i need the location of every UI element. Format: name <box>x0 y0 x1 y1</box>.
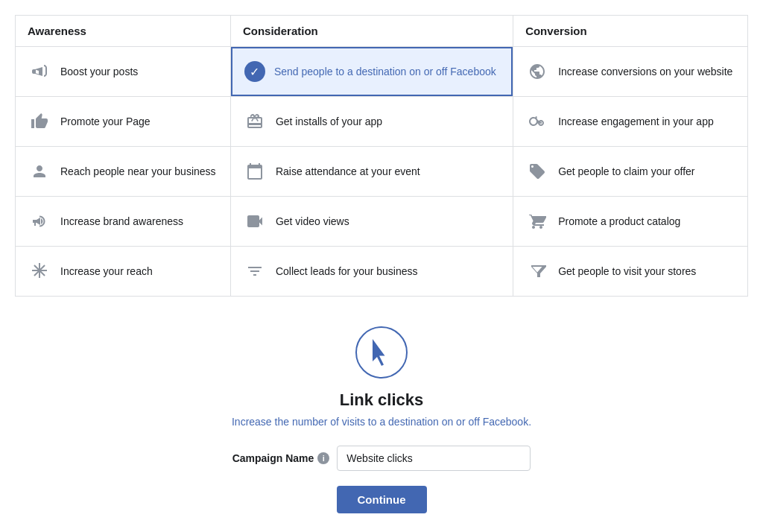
cell-awareness-1: Promote your Page <box>16 97 231 147</box>
objective-icon-awareness-3 <box>28 209 51 233</box>
cursor-icon <box>368 339 395 366</box>
objective-icon-conversion-3 <box>525 209 549 233</box>
objective-item-consideration-2[interactable]: Raise attendance at your event <box>231 147 513 196</box>
objective-icon-consideration-2 <box>243 159 267 183</box>
objective-text-consideration-1: Get installs of your app <box>276 115 382 128</box>
objective-icon-consideration-3 <box>243 209 267 233</box>
objective-text-awareness-4: Increase your reach <box>60 265 153 278</box>
bottom-section: Link clicks Increase the number of visit… <box>15 326 748 513</box>
objective-text-consideration-3: Get video views <box>276 215 349 228</box>
col-header-conversion: Conversion <box>513 16 748 47</box>
main-container: Awareness Consideration Conversion Boost… <box>0 0 763 528</box>
objective-icon-awareness-1 <box>28 110 51 133</box>
objective-text-awareness-3: Increase brand awareness <box>60 215 183 228</box>
objective-item-conversion-0[interactable]: Increase conversions on your website <box>513 47 747 96</box>
objective-item-conversion-2[interactable]: Get people to claim your offer <box>513 147 747 196</box>
table-row-4: Increase your reachCollect leads for you… <box>16 247 748 297</box>
objective-text-conversion-3: Promote a product catalog <box>558 215 680 228</box>
cell-conversion-3: Promote a product catalog <box>513 197 748 247</box>
objective-text-conversion-2: Get people to claim your offer <box>558 165 694 178</box>
objective-icon-awareness-0 <box>28 60 51 83</box>
objective-item-awareness-2[interactable]: Reach people near your business <box>16 147 230 196</box>
campaign-name-info-icon[interactable]: i <box>317 452 329 464</box>
objective-icon-consideration-4 <box>243 259 267 283</box>
objective-text-awareness-2: Reach people near your business <box>60 165 216 178</box>
check-circle-icon-consideration-0: ✓ <box>244 61 265 82</box>
objective-icon-conversion-4 <box>525 259 549 283</box>
objective-icon-consideration-1 <box>243 110 267 133</box>
campaign-name-label: Campaign Name i <box>232 452 330 464</box>
objective-icon-awareness-2 <box>28 159 51 183</box>
objective-text-awareness-0: Boost your posts <box>60 65 138 78</box>
cell-consideration-3: Get video views <box>230 197 513 247</box>
objective-text-conversion-4: Get people to visit your stores <box>558 265 696 278</box>
objective-text-consideration-4: Collect leads for your business <box>276 265 418 278</box>
cell-awareness-3: Increase brand awareness <box>16 197 231 247</box>
table-row-2: Reach people near your businessRaise att… <box>16 147 748 197</box>
objective-item-awareness-1[interactable]: Promote your Page <box>16 97 230 146</box>
objective-item-consideration-3[interactable]: Get video views <box>231 197 513 246</box>
cell-awareness-0: Boost your posts <box>16 47 231 97</box>
objective-text-conversion-1: Increase engagement in your app <box>558 115 714 128</box>
table-row-0: Boost your posts✓Send people to a destin… <box>16 47 748 97</box>
cell-consideration-2: Raise attendance at your event <box>230 147 513 197</box>
table-row-1: Promote your PageGet installs of your ap… <box>16 97 748 147</box>
selected-objective-title: Link clicks <box>340 390 424 410</box>
objective-text-consideration-0: Send people to a destination on or off F… <box>274 65 496 78</box>
cell-consideration-0: ✓Send people to a destination on or off … <box>230 47 513 97</box>
objective-item-conversion-1[interactable]: Increase engagement in your app <box>513 97 747 146</box>
objective-text-awareness-1: Promote your Page <box>60 115 151 128</box>
objective-item-consideration-1[interactable]: Get installs of your app <box>231 97 513 146</box>
cell-conversion-4: Get people to visit your stores <box>513 247 748 297</box>
objective-icon-conversion-1 <box>525 110 549 133</box>
objective-icon-conversion-0 <box>525 60 549 83</box>
continue-button[interactable]: Continue <box>337 486 427 513</box>
objective-item-consideration-4[interactable]: Collect leads for your business <box>231 247 513 296</box>
selected-objective-description: Increase the number of visits to a desti… <box>232 416 531 428</box>
objective-item-conversion-3[interactable]: Promote a product catalog <box>513 197 747 246</box>
objective-item-awareness-4[interactable]: Increase your reach <box>16 247 230 296</box>
cell-conversion-0: Increase conversions on your website <box>513 47 748 97</box>
objective-item-conversion-4[interactable]: Get people to visit your stores <box>513 247 747 296</box>
selected-objective-icon <box>355 326 408 379</box>
objective-item-awareness-3[interactable]: Increase brand awareness <box>16 197 230 246</box>
objective-icon-conversion-2 <box>525 159 549 183</box>
col-header-awareness: Awareness <box>16 16 231 47</box>
objective-text-conversion-0: Increase conversions on your website <box>558 65 732 78</box>
objective-icon-awareness-4 <box>28 259 51 283</box>
cell-conversion-1: Increase engagement in your app <box>513 97 748 147</box>
objective-item-consideration-0[interactable]: ✓Send people to a destination on or off … <box>231 47 513 96</box>
cell-conversion-2: Get people to claim your offer <box>513 147 748 197</box>
col-header-consideration: Consideration <box>230 16 513 47</box>
campaign-name-row: Campaign Name i <box>232 446 531 471</box>
table-row-3: Increase brand awarenessGet video viewsP… <box>16 197 748 247</box>
campaign-name-input[interactable] <box>337 446 531 471</box>
cell-awareness-2: Reach people near your business <box>16 147 231 197</box>
objectives-table: Awareness Consideration Conversion Boost… <box>15 15 748 297</box>
objective-item-awareness-0[interactable]: Boost your posts <box>16 47 230 96</box>
cell-consideration-4: Collect leads for your business <box>230 247 513 297</box>
cell-awareness-4: Increase your reach <box>16 247 231 297</box>
objective-text-consideration-2: Raise attendance at your event <box>276 165 420 178</box>
cell-consideration-1: Get installs of your app <box>230 97 513 147</box>
